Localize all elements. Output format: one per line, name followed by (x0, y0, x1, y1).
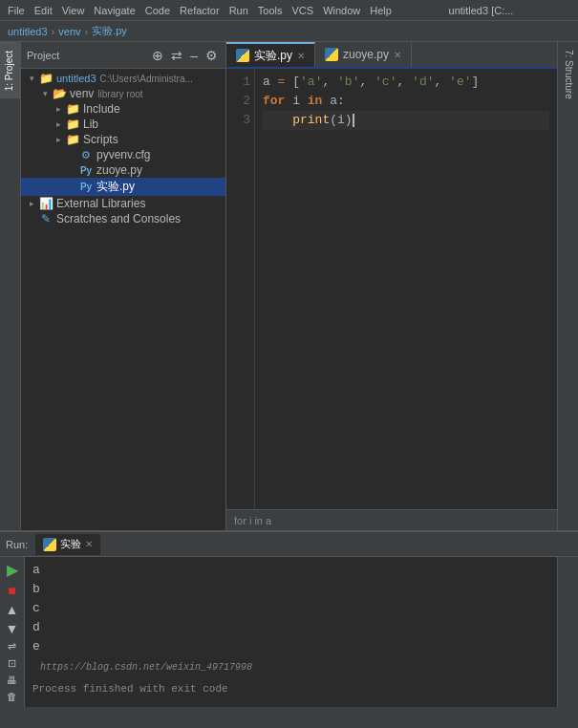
menu-run[interactable]: Run (229, 5, 248, 16)
folder-scripts-icon: 📁 (65, 133, 80, 146)
tree-label-ext: External Libraries (56, 197, 145, 210)
tree-label-lib: Lib (83, 118, 98, 131)
tree-arrow-root: ▾ (25, 74, 38, 83)
tab-shiyan-label: 实验.py (254, 48, 292, 64)
tree-item-lib[interactable]: ▸ 📁 Lib (21, 117, 225, 132)
tree-label-zuoye: zuoye.py (96, 163, 142, 177)
project-sync-btn[interactable]: – (188, 46, 200, 65)
file-cfg-icon: ⚙ (78, 149, 94, 161)
tree-label-pyvenv: pyvenv.cfg (96, 148, 150, 161)
project-settings-btn[interactable]: ⚙ (203, 46, 220, 65)
tree-item-scripts[interactable]: ▸ 📁 Scripts (21, 132, 225, 147)
tree-item-include[interactable]: ▸ 📁 Include (21, 101, 225, 117)
folder-venv-icon: 📂 (52, 87, 67, 100)
structure-tab[interactable]: 7: Structure (558, 42, 578, 107)
code-container[interactable]: 1 2 3 a = [ 'a' , 'b' , 'c' , 'd' , (226, 69, 557, 509)
run-label: Run: (6, 539, 28, 550)
tree-item-zuoye[interactable]: Py zuoye.py (21, 162, 225, 178)
menu-tools[interactable]: Tools (258, 5, 283, 16)
tree-item-venv[interactable]: ▾ 📂 venv library root (21, 86, 225, 101)
main-layout: 1: Project Project ⊕ ⇄ – ⚙ ▾ 📁 untitled3… (0, 42, 578, 530)
run-scroll-down-btn[interactable]: ▼ (3, 621, 22, 636)
left-sidebar-tabs: 1: Project (0, 42, 21, 530)
file-zuoye-icon: Py (78, 165, 94, 176)
breadcrumb-file[interactable]: 实验.py (92, 24, 127, 38)
menu-view[interactable]: View (62, 5, 85, 16)
right-sidebar-tabs: 7: Structure (557, 42, 578, 530)
tree-label-scratches: Scratches and Consoles (56, 212, 181, 225)
tree-item-root[interactable]: ▾ 📁 untitled3 C:\Users\Administra... (21, 71, 225, 86)
folder-root-icon: 📁 (38, 72, 54, 85)
menu-bar[interactable]: File Edit View Navigate Code Refactor Ru… (8, 5, 392, 16)
breadcrumb-sep-2: › (85, 26, 89, 37)
tree-arrow-scripts: ▸ (52, 135, 65, 144)
line-numbers: 1 2 3 (226, 69, 255, 509)
run-tabs: Run: 实验 ✕ (0, 532, 578, 557)
run-content: ▶ ■ ▲ ▼ ⇌ ⊡ 🖶 🗑 a b c d e https://blog.c… (0, 557, 578, 707)
tree-arrow-ext: ▸ (25, 199, 38, 208)
tree-label-scripts: Scripts (83, 133, 118, 146)
status-hint-text: for i in a (234, 515, 271, 526)
tree-item-shiyan[interactable]: Py 实验.py (21, 178, 225, 196)
menu-window[interactable]: Window (323, 5, 360, 16)
run-print-btn[interactable]: 🖶 (3, 674, 22, 687)
menu-vcs[interactable]: VCS (292, 5, 314, 16)
tree-label-root: untitled3 (56, 73, 96, 84)
tree-item-ext-libs[interactable]: ▸ 📊 External Libraries (21, 196, 225, 211)
tree-label-root-path: C:\Users\Administra... (100, 74, 193, 84)
breadcrumb-project[interactable]: untitled3 (8, 26, 48, 37)
tree-label-include: Include (83, 102, 120, 116)
breadcrumb-sep-1: › (52, 26, 55, 37)
menu-help[interactable]: Help (370, 5, 392, 16)
tab-zuoye-close[interactable]: ✕ (394, 50, 401, 60)
ext-libs-icon: 📊 (38, 197, 54, 210)
output-process: Process finished with exit code (32, 679, 549, 698)
tree-item-scratches[interactable]: ✎ Scratches and Consoles (21, 211, 225, 226)
run-trash-btn[interactable]: 🗑 (3, 691, 22, 704)
menu-file[interactable]: File (8, 5, 25, 16)
output-a: a (32, 561, 549, 580)
editor-area: 实验.py ✕ zuoye.py ✕ 1 2 3 a = [ 'a' (226, 42, 557, 530)
tree-arrow-venv: ▾ (38, 89, 52, 98)
run-tab-close[interactable]: ✕ (85, 539, 93, 549)
run-filter-btn[interactable]: ⊡ (3, 657, 22, 671)
run-tab-icon (43, 538, 56, 551)
run-output: a b c d e https://blog.csdn.net/weixin_4… (25, 557, 557, 707)
file-shiyan-icon: Py (78, 182, 94, 192)
output-d: d (32, 618, 549, 637)
project-panel-title: Project (27, 50, 59, 61)
sidebar-tab-project[interactable]: 1: Project (0, 42, 20, 98)
run-tab-label: 实验 (60, 537, 81, 551)
run-play-btn[interactable]: ▶ (3, 561, 22, 579)
window-title: untitled3 [C:... (449, 5, 514, 16)
output-e: e (32, 637, 549, 656)
project-layout-btn[interactable]: ⇄ (169, 46, 184, 65)
code-editor[interactable]: a = [ 'a' , 'b' , 'c' , 'd' , 'e' ] for (255, 69, 557, 509)
editor-tabs: 实验.py ✕ zuoye.py ✕ (226, 42, 557, 69)
menu-code[interactable]: Code (145, 5, 170, 16)
menu-refactor[interactable]: Refactor (180, 5, 220, 16)
tree-label-shiyan: 实验.py (96, 179, 135, 195)
breadcrumb-venv[interactable]: venv (58, 26, 80, 37)
tab-shiyan[interactable]: 实验.py ✕ (226, 42, 315, 67)
run-tab-shiyan[interactable]: 实验 ✕ (35, 534, 100, 555)
breadcrumb: untitled3 › venv › 实验.py (0, 21, 578, 42)
run-bottom-sidebar (557, 557, 578, 707)
tab-shiyan-py-icon (236, 49, 249, 62)
run-wrap-btn[interactable]: ⇌ (3, 640, 22, 653)
folder-include-icon: 📁 (65, 102, 80, 116)
tab-zuoye[interactable]: zuoye.py ✕ (315, 42, 412, 67)
tab-shiyan-close[interactable]: ✕ (297, 51, 305, 61)
menu-navigate[interactable]: Navigate (94, 5, 135, 16)
code-line-3: print ( i ) (263, 111, 549, 130)
run-scroll-up-btn[interactable]: ▲ (3, 602, 22, 617)
code-line-2: for i in a : (263, 92, 549, 111)
project-toolbar: Project ⊕ ⇄ – ⚙ (21, 42, 225, 69)
tab-zuoye-py-icon (325, 48, 338, 61)
run-stop-btn[interactable]: ■ (3, 583, 22, 598)
menu-edit[interactable]: Edit (34, 5, 53, 16)
output-c: c (32, 599, 549, 618)
project-add-btn[interactable]: ⊕ (150, 46, 165, 65)
tree-item-pyvenv[interactable]: ⚙ pyvenv.cfg (21, 147, 225, 162)
folder-lib-icon: 📁 (65, 118, 80, 131)
